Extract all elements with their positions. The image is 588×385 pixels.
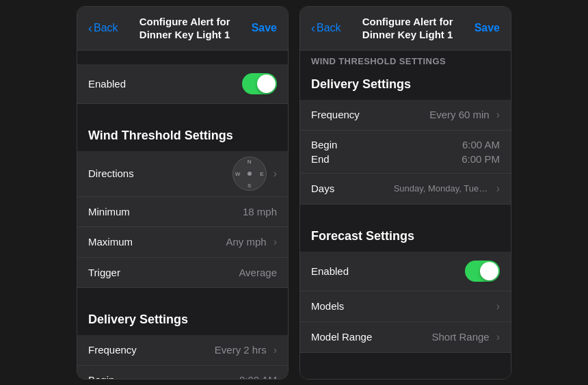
- begin-label-2: Begin: [311, 139, 337, 150]
- compass-s: S: [248, 183, 251, 189]
- compass-w: W: [235, 170, 241, 176]
- minimum-row: Minimum 18 mph: [77, 197, 288, 227]
- enabled-row: Enabled: [77, 64, 288, 104]
- compass-widget: N S E W: [232, 157, 267, 191]
- days-right-2: Sunday, Monday, Tuesday, Wednesday, T...…: [394, 183, 500, 195]
- header-title-2: Configure Alert forDinner Key Light 1: [341, 15, 475, 42]
- trigger-value: Average: [239, 267, 277, 278]
- back-button-2[interactable]: ‹ Back: [311, 22, 341, 34]
- model-range-right: Short Range ›: [431, 331, 500, 343]
- end-value-2: 6:00 PM: [462, 153, 500, 165]
- directions-label: Directions: [88, 168, 134, 179]
- forecast-toggle-knob: [480, 262, 498, 280]
- models-chevron: ›: [496, 300, 500, 313]
- model-range-row[interactable]: Model Range Short Range ›: [300, 322, 511, 353]
- header-title-1: Configure Alert forDinner Key Light 1: [118, 15, 252, 42]
- back-label-1: Back: [94, 22, 118, 34]
- frequency-row-2[interactable]: Frequency Every 60 min ›: [300, 100, 511, 131]
- end-line-2: End 6:00 PM: [311, 152, 500, 166]
- begin-value: 8:00 AM: [239, 374, 277, 379]
- back-chevron-2: ‹: [311, 22, 315, 34]
- max-right: Any mph ›: [226, 236, 277, 248]
- header-2: ‹ Back Configure Alert forDinner Key Lig…: [300, 7, 511, 51]
- maximum-row[interactable]: Maximum Any mph ›: [77, 227, 288, 258]
- save-button-2[interactable]: Save: [475, 22, 500, 34]
- begin-line: Begin 8:00 AM: [88, 373, 277, 379]
- begin-end-row[interactable]: Begin 8:00 AM End 5:00 PM: [77, 366, 288, 379]
- delivery-section-label: Delivery Settings: [77, 302, 288, 330]
- minimum-value: 18 mph: [243, 206, 277, 217]
- back-chevron-1: ‹: [88, 22, 92, 34]
- header-title-text-1: Configure Alert forDinner Key Light 1: [139, 16, 230, 41]
- frequency-row[interactable]: Frequency Every 2 hrs ›: [77, 335, 288, 366]
- trigger-row: Trigger Average: [77, 258, 288, 288]
- compass-n: N: [248, 159, 252, 165]
- back-label-2: Back: [317, 22, 341, 34]
- back-button-1[interactable]: ‹ Back: [88, 22, 118, 34]
- frequency-value-2: Every 60 min: [429, 109, 490, 120]
- header-title-text-2: Configure Alert forDinner Key Light 1: [362, 16, 453, 41]
- frequency-right: Every 2 hrs ›: [215, 344, 277, 356]
- directions-right: N S E W ›: [232, 157, 277, 191]
- screen-2: ‹ Back Configure Alert forDinner Key Lig…: [299, 6, 511, 380]
- forecast-enabled-toggle[interactable]: [465, 261, 500, 282]
- forecast-section-label: Forecast Settings: [300, 218, 511, 246]
- trigger-label: Trigger: [88, 267, 120, 278]
- delivery-label-2: Delivery Settings: [300, 69, 511, 94]
- model-range-label: Model Range: [311, 331, 372, 343]
- screen-1: ‹ Back Configure Alert forDinner Key Lig…: [77, 6, 289, 380]
- toggle-knob: [257, 75, 276, 93]
- maximum-label: Maximum: [88, 236, 133, 248]
- models-label: Models: [311, 300, 344, 312]
- screen-1-content: Enabled Wind Threshold Settings Directio…: [77, 51, 288, 379]
- forecast-enabled-label: Enabled: [311, 265, 349, 277]
- end-label-2: End: [311, 153, 330, 165]
- forecast-enabled-row: Enabled: [300, 252, 511, 291]
- begin-end-row-2[interactable]: Begin 6:00 AM End 6:00 PM: [300, 131, 511, 174]
- begin-value-2: 6:00 AM: [462, 139, 500, 150]
- save-button-1[interactable]: Save: [252, 22, 277, 34]
- max-chevron: ›: [273, 236, 277, 248]
- model-range-chevron: ›: [496, 331, 500, 343]
- wind-section-label: Wind Threshold Settings: [77, 118, 288, 146]
- model-range-value: Short Range: [431, 331, 489, 343]
- begin-line-2: Begin 6:00 AM: [311, 137, 500, 152]
- days-row-2[interactable]: Days Sunday, Monday, Tuesday, Wednesday,…: [300, 174, 511, 204]
- frequency-chevron-2: ›: [496, 109, 500, 121]
- header-1: ‹ Back Configure Alert forDinner Key Lig…: [77, 7, 288, 51]
- frequency-label: Frequency: [88, 344, 137, 356]
- begin-label: Begin: [88, 374, 114, 379]
- frequency-right-2: Every 60 min ›: [429, 109, 500, 121]
- days-value-2: Sunday, Monday, Tuesday, Wednesday, T...: [394, 183, 490, 194]
- directions-chevron: ›: [273, 168, 277, 180]
- days-label-2: Days: [311, 183, 334, 194]
- screen-2-content: Wind Threshold Settings Delivery Setting…: [300, 51, 511, 379]
- wind-heading-2: Wind Threshold Settings: [300, 51, 511, 69]
- frequency-value: Every 2 hrs: [215, 344, 267, 356]
- enabled-toggle[interactable]: [242, 73, 277, 94]
- frequency-chevron: ›: [273, 344, 277, 356]
- minimum-label: Minimum: [88, 206, 130, 217]
- maximum-value: Any mph: [226, 236, 266, 248]
- directions-row[interactable]: Directions N S E W ›: [77, 151, 288, 197]
- frequency-label-2: Frequency: [311, 109, 360, 120]
- compass-e: E: [260, 170, 263, 176]
- enabled-label: Enabled: [88, 78, 126, 90]
- compass-center: [248, 172, 252, 176]
- days-chevron-2: ›: [496, 183, 500, 195]
- models-row[interactable]: Models ›: [300, 291, 511, 322]
